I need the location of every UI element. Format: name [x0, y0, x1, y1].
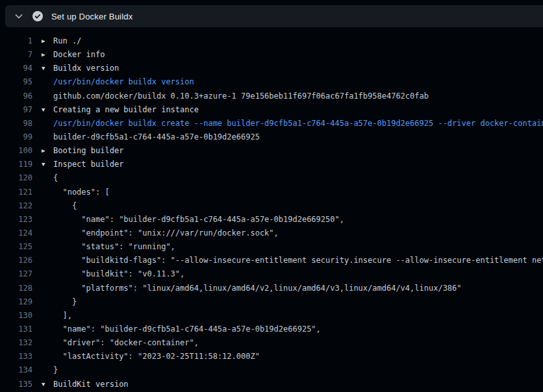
log-line: 98/usr/bin/docker buildx create --name b… [0, 117, 543, 130]
marker-spacer [32, 75, 53, 89]
marker-spacer [32, 336, 53, 350]
line-number[interactable]: 123 [0, 213, 32, 227]
group-expanded-icon[interactable]: ▼ [32, 378, 53, 391]
log-text: Docker info [53, 48, 543, 62]
log-line: 125 "status": "running", [0, 240, 543, 254]
marker-spacer [32, 323, 53, 336]
log-line: 130 ], [0, 309, 543, 323]
log-group-line[interactable]: 119▼Inspect builder [0, 158, 543, 171]
log-text: github.com/docker/buildx 0.10.3+azure-1 … [53, 90, 543, 103]
log-text: { [53, 199, 543, 213]
log-line: 133 "lastActivity": "2023-02-25T11:58:12… [0, 350, 543, 363]
line-number[interactable]: 94 [0, 62, 32, 75]
log-text: Inspect builder [53, 158, 543, 171]
line-number[interactable]: 120 [0, 171, 32, 185]
line-number[interactable]: 99 [0, 130, 32, 144]
log-line: 95/usr/bin/docker buildx version [0, 75, 543, 89]
log-group-line[interactable]: 100▶Booting builder [0, 144, 543, 158]
marker-spacer [32, 171, 53, 185]
log-viewer: 1▶Run ./7▶Docker info94▼Buildx version95… [0, 30, 543, 392]
line-number[interactable]: 130 [0, 309, 32, 323]
log-line: 121 "nodes": [ [0, 186, 543, 199]
log-line: 99builder-d9cfb5a1-c764-445a-a57e-0b19d2… [0, 130, 543, 144]
log-group-line[interactable]: 135▼BuildKit version [0, 378, 543, 391]
log-line: 96github.com/docker/buildx 0.10.3+azure-… [0, 90, 543, 103]
log-text: "lastActivity": "2023-02-25T11:58:12.000… [53, 350, 543, 363]
line-number[interactable]: 129 [0, 295, 32, 309]
marker-spacer [32, 267, 53, 281]
marker-spacer [32, 90, 53, 103]
log-line: 132 "driver": "docker-container", [0, 336, 543, 350]
line-number[interactable]: 98 [0, 117, 32, 130]
line-number[interactable]: 121 [0, 186, 32, 199]
log-text: "endpoint": "unix:///var/run/docker.sock… [53, 227, 543, 240]
log-text: "name": "builder-d9cfb5a1-c764-445a-a57e… [53, 213, 543, 227]
line-number[interactable]: 127 [0, 267, 32, 281]
log-group-line[interactable]: 1▶Run ./ [0, 34, 543, 48]
log-text: builder-d9cfb5a1-c764-445a-a57e-0b19d2e6… [53, 130, 543, 144]
line-number[interactable]: 135 [0, 378, 32, 391]
log-text: { [53, 171, 543, 185]
line-number[interactable]: 122 [0, 199, 32, 213]
log-line: 134} [0, 363, 543, 377]
line-number[interactable]: 97 [0, 103, 32, 117]
log-text: "buildkitd-flags": "--allow-insecure-ent… [53, 254, 543, 267]
line-number[interactable]: 124 [0, 227, 32, 240]
group-expanded-icon[interactable]: ▼ [32, 62, 53, 75]
line-number[interactable]: 134 [0, 363, 32, 377]
group-collapsed-icon[interactable]: ▶ [32, 34, 53, 48]
log-text: Booting builder [53, 144, 543, 158]
marker-spacer [32, 282, 53, 295]
marker-spacer [32, 117, 53, 130]
step-header[interactable]: Set up Docker Buildx [5, 5, 543, 27]
marker-spacer [32, 350, 53, 363]
line-number[interactable]: 131 [0, 323, 32, 336]
chevron-down-icon[interactable] [14, 11, 24, 21]
line-number[interactable]: 125 [0, 240, 32, 254]
group-expanded-icon[interactable]: ▼ [32, 158, 53, 171]
line-number[interactable]: 100 [0, 144, 32, 158]
log-text: } [53, 295, 543, 309]
marker-spacer [32, 130, 53, 144]
log-line: 131 "name": "builder-d9cfb5a1-c764-445a-… [0, 323, 543, 336]
line-number[interactable]: 7 [0, 48, 32, 62]
log-text: "status": "running", [53, 240, 543, 254]
log-text: "buildkit": "v0.11.3", [53, 267, 543, 281]
log-line: 126 "buildkitd-flags": "--allow-insecure… [0, 254, 543, 267]
line-number[interactable]: 126 [0, 254, 32, 267]
marker-spacer [32, 227, 53, 240]
marker-spacer [32, 309, 53, 323]
marker-spacer [32, 186, 53, 199]
log-text: } [53, 363, 543, 377]
log-text: "driver": "docker-container", [53, 336, 543, 350]
log-text: /usr/bin/docker buildx create --name bui… [53, 117, 543, 130]
marker-spacer [32, 213, 53, 227]
log-group-line[interactable]: 94▼Buildx version [0, 62, 543, 75]
marker-spacer [32, 199, 53, 213]
log-text: /usr/bin/docker buildx version [53, 75, 543, 89]
log-line: 120{ [0, 171, 543, 185]
line-number[interactable]: 1 [0, 34, 32, 48]
marker-spacer [32, 254, 53, 267]
log-group-line[interactable]: 97▼Creating a new builder instance [0, 103, 543, 117]
group-expanded-icon[interactable]: ▼ [32, 103, 53, 117]
line-number[interactable]: 128 [0, 282, 32, 295]
line-number[interactable]: 95 [0, 75, 32, 89]
line-number[interactable]: 132 [0, 336, 32, 350]
log-text: "name": "builder-d9cfb5a1-c764-445a-a57e… [53, 323, 543, 336]
log-group-line[interactable]: 7▶Docker info [0, 48, 543, 62]
group-collapsed-icon[interactable]: ▶ [32, 144, 53, 158]
group-collapsed-icon[interactable]: ▶ [32, 48, 53, 62]
check-circle-icon [32, 11, 43, 21]
log-text: ], [53, 309, 543, 323]
line-number[interactable]: 133 [0, 350, 32, 363]
log-line: 129 } [0, 295, 543, 309]
line-number[interactable]: 96 [0, 90, 32, 103]
marker-spacer [32, 295, 53, 309]
log-text: "nodes": [ [53, 186, 543, 199]
log-line: 122 { [0, 199, 543, 213]
line-number[interactable]: 119 [0, 158, 32, 171]
log-text: Buildx version [53, 62, 543, 75]
marker-spacer [32, 240, 53, 254]
step-title: Set up Docker Buildx [51, 12, 133, 21]
